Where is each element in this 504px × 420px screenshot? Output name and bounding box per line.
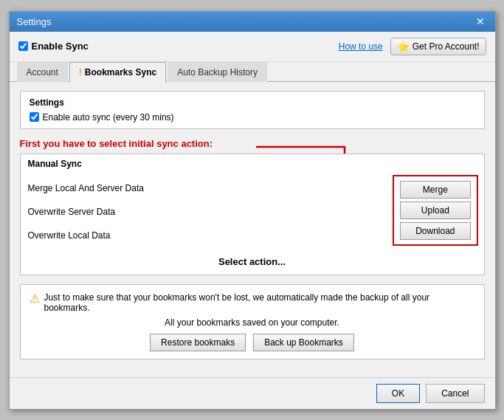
sync-row-upload-label: Overwrite Server Data [28, 204, 380, 220]
close-button[interactable]: ✕ [473, 16, 488, 27]
sync-row-download-label: Overwrite Local Data [28, 227, 380, 244]
manual-sync-title: Manual Sync [21, 154, 484, 172]
sync-buttons-group: Merge Upload Download [393, 175, 477, 246]
tabs-bar: Account ! Bookmarks Sync Auto Backup His… [10, 62, 495, 82]
backup-buttons: Restore bookmaks Back up Bookmarks [30, 334, 475, 351]
tab-bookmarks-sync[interactable]: ! Bookmarks Sync [69, 62, 166, 82]
tab-auto-backup[interactable]: Auto Backup History [168, 62, 267, 82]
download-button[interactable]: Download [400, 222, 470, 240]
cancel-button[interactable]: Cancel [426, 384, 484, 403]
arrow-wrapper: First you have to select initial sync ac… [20, 138, 485, 149]
enable-sync-label[interactable]: Enable Sync [18, 41, 89, 52]
star-icon: ⭐ [397, 41, 410, 52]
settings-group: Settings Enable auto sync (every 30 mins… [20, 91, 485, 129]
toolbar-left: Enable Sync [18, 41, 89, 52]
content-area: Settings Enable auto sync (every 30 mins… [10, 82, 495, 377]
warning-icon: ⚠ [30, 292, 40, 306]
backup-warning-row: ⚠ Just to make sure that your bookmarks … [30, 292, 475, 313]
sync-rows-container: Merge Local And Server Data Overwrite Se… [21, 172, 484, 252]
auto-sync-label[interactable]: Enable auto sync (every 30 mins) [30, 112, 475, 123]
settings-group-title: Settings [30, 97, 475, 108]
get-pro-button[interactable]: ⭐ Get Pro Account! [390, 38, 486, 55]
manual-sync-section: Manual Sync Merge Local And Server Data … [20, 154, 485, 275]
select-action-label: Select action... [21, 252, 484, 275]
warning-text: First you have to select initial sync ac… [20, 138, 485, 149]
toolbar-right: How to use ⭐ Get Pro Account! [339, 38, 486, 55]
settings-window: Settings ✕ Enable Sync How to use ⭐ Get … [9, 11, 496, 410]
upload-button[interactable]: Upload [400, 202, 470, 219]
footer: OK Cancel [10, 377, 495, 409]
back-up-bookmarks-button[interactable]: Back up Bookmarks [253, 334, 354, 351]
ok-button[interactable]: OK [376, 384, 420, 403]
restore-bookmarks-button[interactable]: Restore bookmaks [150, 334, 246, 351]
merge-button[interactable]: Merge [400, 181, 470, 199]
how-to-use-link[interactable]: How to use [339, 41, 383, 52]
sync-row-merge-label: Merge Local And Server Data [28, 180, 380, 196]
window-title: Settings [17, 16, 52, 27]
sync-rows-left: Merge Local And Server Data Overwrite Se… [21, 172, 387, 252]
enable-sync-checkbox[interactable] [18, 41, 28, 51]
toolbar: Enable Sync How to use ⭐ Get Pro Account… [10, 32, 495, 62]
backup-section: ⚠ Just to make sure that your bookmarks … [20, 284, 485, 359]
tab-warning-icon: ! [79, 67, 82, 78]
tab-account[interactable]: Account [17, 62, 68, 82]
auto-sync-checkbox[interactable] [30, 112, 39, 122]
backup-sub-text: All your bookmarks saved on your compute… [30, 317, 475, 328]
title-bar: Settings ✕ [10, 12, 495, 32]
